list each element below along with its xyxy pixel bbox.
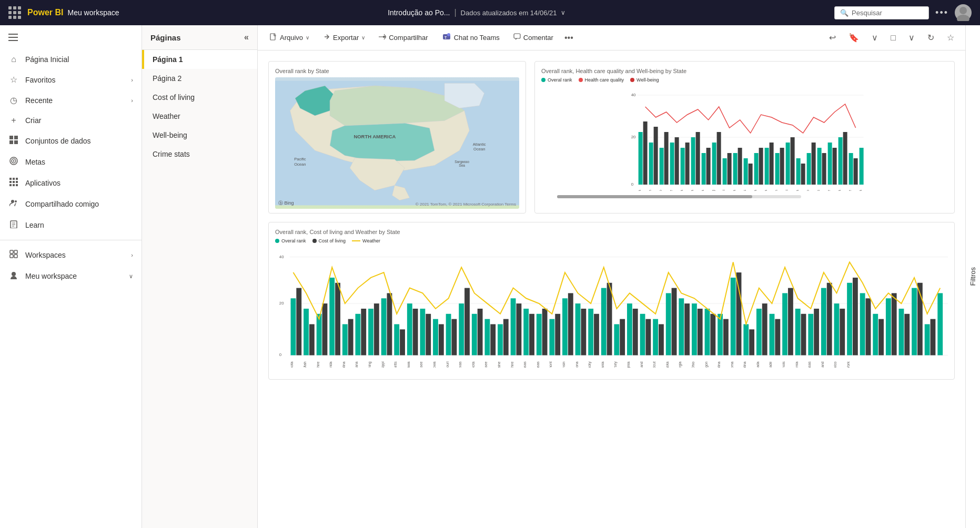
sidebar-menu-toggle[interactable] [0, 29, 142, 47]
svg-rect-213 [821, 288, 826, 356]
page-item-crime-stats[interactable]: Crime stats [142, 145, 257, 164]
sidebar-item-learn[interactable]: Learn [0, 215, 142, 236]
svg-rect-75 [717, 132, 721, 185]
svg-rect-61 [643, 121, 648, 185]
sidebar-item-shared[interactable]: Compartilhado comigo [0, 194, 142, 215]
svg-rect-138 [335, 283, 340, 356]
svg-rect-193 [692, 303, 697, 355]
comentar-button[interactable]: Comentar [508, 30, 559, 45]
page-item-1[interactable]: Página 1 [142, 50, 257, 69]
svg-rect-161 [484, 319, 490, 356]
svg-text:Tennessee: Tennessee [419, 361, 423, 368]
svg-rect-163 [498, 324, 503, 355]
svg-point-31 [12, 272, 16, 276]
sidebar-item-favorites[interactable]: ☆ Favoritos › [0, 69, 142, 90]
user-avatar[interactable] [955, 4, 972, 21]
compartilhar-label: Compartilhar [389, 34, 428, 42]
legend-dot-health [579, 78, 583, 82]
svg-text:Colorado: Colorado [806, 190, 810, 191]
svg-rect-29 [10, 255, 13, 258]
sidebar-item-apps[interactable]: Aplicativos [0, 172, 142, 194]
sidebar-item-label-apps: Aplicativos [25, 179, 133, 187]
svg-rect-225 [899, 309, 904, 356]
sidebar-item-recent[interactable]: ◷ Recente › [0, 90, 142, 110]
topnav-chevron[interactable]: ∨ [561, 9, 565, 16]
teams-button[interactable]: T Chat no Teams [436, 29, 506, 46]
view-chevron-icon[interactable]: ∨ [904, 29, 920, 46]
sidebar-item-create[interactable]: + Criar [0, 110, 142, 130]
powerbi-logo: Power BI [27, 8, 63, 17]
workspace-label: Meu workspace [67, 8, 119, 17]
svg-text:New Hampshire: New Hampshire [316, 361, 320, 368]
refresh-button[interactable]: ↻ [923, 29, 939, 46]
toolbar-more-icon[interactable]: ••• [561, 33, 577, 43]
search-box[interactable]: 🔍 Pesquisar [834, 6, 929, 19]
sidebar-divider [0, 240, 142, 240]
svg-rect-194 [698, 309, 703, 356]
sidebar-item-workspaces[interactable]: Workspaces › [0, 245, 142, 266]
sidebar-item-home[interactable]: ⌂ Página Inicial [0, 49, 142, 69]
svg-point-22 [15, 200, 17, 202]
svg-rect-62 [649, 143, 653, 185]
svg-rect-13 [13, 178, 15, 180]
legend-health: Health care quality [579, 77, 624, 83]
plus-icon: + [8, 116, 19, 125]
svg-rect-95 [822, 153, 826, 185]
svg-rect-181 [614, 324, 619, 355]
svg-text:Delaware: Delaware [827, 190, 831, 191]
svg-rect-155 [446, 314, 451, 356]
compartilhar-button[interactable]: Compartilhar [373, 30, 433, 45]
svg-rect-204 [762, 303, 767, 355]
svg-rect-15 [9, 181, 12, 183]
svg-text:Illinois: Illinois [782, 361, 785, 368]
svg-rect-226 [904, 314, 910, 356]
svg-text:Montana: Montana [355, 361, 358, 368]
svg-rect-199 [731, 278, 736, 356]
svg-text:Pacific: Pacific [294, 157, 306, 161]
page-item-wellbeing[interactable]: Well-being [142, 126, 257, 145]
svg-rect-19 [13, 184, 15, 186]
svg-rect-148 [400, 329, 405, 355]
arquivo-button[interactable]: Arquivo ∨ [264, 30, 315, 45]
pages-title: Páginas [150, 33, 181, 42]
page-item-2[interactable]: Página 2 [142, 69, 257, 88]
view-button[interactable]: □ [886, 30, 901, 46]
waffle-menu[interactable] [8, 6, 21, 19]
svg-text:20: 20 [279, 301, 284, 306]
pages-collapse-button[interactable]: « [244, 33, 249, 42]
svg-rect-207 [782, 293, 787, 355]
clock-icon: ◷ [8, 95, 19, 105]
sidebar-item-myworkspace[interactable]: Meu workspace ∨ [0, 266, 142, 287]
bookmark-chevron-icon[interactable]: ∨ [867, 29, 883, 46]
map-area[interactable]: NORTH AMERICA Pacific Ocean Atlantic Oce… [275, 77, 519, 209]
topnav-more-icon[interactable]: ••• [935, 7, 948, 18]
svg-text:Iowa: Iowa [732, 190, 736, 191]
sidebar-item-goals[interactable]: Metas [0, 151, 142, 172]
page-item-cost-of-living[interactable]: Cost of living [142, 88, 257, 107]
svg-text:Atlantic: Atlantic [473, 142, 486, 147]
sidebar-item-datasets[interactable]: Conjuntos de dados [0, 130, 142, 151]
star-icon: ☆ [8, 75, 19, 85]
svg-text:North Carolina: North Carolina [701, 190, 704, 191]
undo-button[interactable]: ↩ [824, 29, 841, 46]
svg-rect-165 [511, 298, 516, 355]
svg-text:Montana: Montana [690, 190, 694, 191]
bookmark-button[interactable]: 🔖 [844, 29, 864, 46]
svg-rect-76 [723, 158, 727, 185]
filters-label[interactable]: Filtros [967, 263, 979, 290]
svg-rect-17 [16, 181, 18, 183]
svg-text:Hawa: Hawa [407, 361, 410, 368]
svg-text:Arkansas: Arkansas [807, 361, 811, 368]
filters-panel[interactable]: Filtros [965, 25, 980, 528]
svg-text:Michigan: Michigan [774, 190, 779, 191]
page-item-weather[interactable]: Weather [142, 107, 257, 126]
svg-rect-64 [660, 148, 664, 185]
svg-rect-157 [459, 303, 464, 355]
star-button[interactable]: ☆ [942, 29, 959, 46]
svg-rect-208 [788, 288, 793, 356]
sidebar-item-label-home: Página Inicial [25, 55, 133, 64]
exportar-button[interactable]: Exportar ∨ [317, 30, 371, 45]
svg-rect-65 [664, 132, 669, 185]
bing-logo: ⓑ Bing [278, 200, 294, 207]
svg-rect-99 [843, 132, 847, 185]
